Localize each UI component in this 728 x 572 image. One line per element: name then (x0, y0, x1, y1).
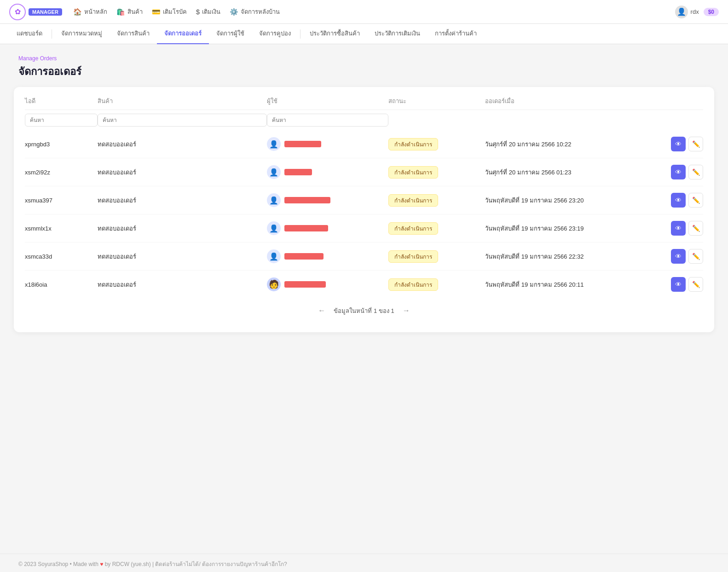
view-button[interactable]: 👁 (671, 137, 686, 151)
cell-product: ทดสอบออเดอร์ (98, 214, 267, 243)
logo-area[interactable]: ✿ MANAGER (9, 4, 62, 20)
cell-id: x18i6oia (25, 271, 98, 299)
action-buttons: 👁 ✏️ (642, 221, 703, 236)
edit-icon: ✏️ (692, 196, 700, 204)
pagination: ← ข้อมูลในหน้าที่ 1 ของ 1 → (25, 298, 703, 323)
user-avatar: 👤 (267, 249, 281, 263)
nav-link-topup-rob[interactable]: 💳 เติมโรบัค (152, 7, 187, 17)
col-header-status: สถานะ (388, 96, 485, 110)
cell-actions: 👁 ✏️ (642, 271, 703, 299)
eye-icon: 👁 (675, 225, 682, 232)
cell-product: ทดสอบออเดอร์ (98, 243, 267, 271)
edit-button[interactable]: ✏️ (688, 221, 703, 236)
nav-link-home[interactable]: 🏠 หน้าหลัก (73, 7, 107, 17)
user-avatar: 🧑 (267, 277, 281, 291)
pagination-next-button[interactable]: → (400, 306, 413, 316)
cell-date: วันพฤหัสบดีที่ 19 มกราคม 2566 20:11 (485, 271, 642, 299)
cell-user: 👤 (267, 158, 388, 186)
cell-user: 🧑 (267, 271, 388, 299)
user-avatar: 👤 (267, 137, 281, 151)
edit-button[interactable]: ✏️ (688, 193, 703, 208)
user-avatar: 👤 (267, 193, 281, 207)
col-header-product: สินค้า (98, 96, 267, 110)
search-user-input[interactable] (267, 114, 388, 127)
eye-icon: 👁 (675, 281, 682, 288)
sidebar-item-purchase-history[interactable]: ประวัติการซื้อสินค้า (302, 24, 367, 44)
search-date-cell (485, 110, 642, 131)
sidebar-item-coupons[interactable]: จัดการคูปอง (252, 24, 298, 44)
col-header-date: ออเดอร์เมื่อ (485, 96, 642, 110)
footer-heart: ♥ (100, 561, 103, 567)
view-button[interactable]: 👁 (671, 277, 686, 292)
sidebar-item-users[interactable]: จัดการผู้ใช้ (209, 24, 252, 44)
cell-status: กำลังดำเนินการ (388, 186, 485, 214)
table-row: xprngbd3 ทดสอบออเดอร์ 👤 กำลังดำเนินการ ว… (25, 130, 703, 158)
topup-rob-icon: 💳 (152, 8, 161, 16)
cell-user: 👤 (267, 186, 388, 214)
footer: © 2023 SoyuraShop • Made with ♥ by RDCW … (0, 554, 728, 572)
breadcrumb: Manage Orders (18, 55, 710, 62)
user-cell: 👤 (267, 221, 388, 235)
edit-button[interactable]: ✏️ (688, 137, 703, 151)
pagination-prev-button[interactable]: ← (315, 306, 328, 316)
table-inner: ไอดี สินค้า ผู้ใช้ สถานะ ออเดอร์เมื่อ (14, 87, 714, 332)
dashboard-label: แดชบอร์ด (17, 29, 42, 38)
cell-id: xsmmlx1x (25, 214, 98, 243)
eye-icon: 👁 (675, 168, 682, 176)
manage-icon: ⚙️ (230, 8, 238, 16)
cell-actions: 👁 ✏️ (642, 243, 703, 271)
user-cell: 🧑 (267, 277, 388, 291)
cell-actions: 👁 ✏️ (642, 158, 703, 186)
edit-button[interactable]: ✏️ (688, 165, 703, 179)
nav-link-manage[interactable]: ⚙️ จัดการหลังบ้าน (230, 7, 280, 17)
sidebar-item-categories[interactable]: จัดการหมวดหมู่ (54, 24, 110, 44)
page-title: จัดการออเดอร์ (18, 64, 710, 80)
user-avatar: 👤 (267, 221, 281, 235)
sidebar-item-store-settings[interactable]: การตั้งค่าร้านค้า (428, 24, 484, 44)
view-button[interactable]: 👁 (671, 193, 686, 208)
status-badge: กำลังดำเนินการ (388, 138, 438, 150)
sidebar-item-orders[interactable]: จัดการออเดอร์ (157, 24, 209, 44)
coupons-label: จัดการคูปอง (259, 29, 291, 38)
cell-id: xsmua397 (25, 186, 98, 214)
view-button[interactable]: 👁 (671, 221, 686, 236)
search-actions-cell (642, 110, 703, 131)
cell-status: กำลังดำเนินการ (388, 130, 485, 158)
search-product-input[interactable] (98, 114, 267, 127)
user-area[interactable]: 👤 rdx (675, 6, 699, 18)
cell-date: วันพฤหัสบดีที่ 19 มกราคม 2566 22:32 (485, 243, 642, 271)
nav-label-products: สินค้า (127, 7, 143, 17)
manager-badge: MANAGER (29, 8, 62, 16)
table-row: xsmca33d ทดสอบออเดอร์ 👤 กำลังดำเนินการ ว… (25, 243, 703, 271)
edit-icon: ✏️ (692, 140, 700, 148)
edit-button[interactable]: ✏️ (688, 249, 703, 264)
cell-product: ทดสอบออเดอร์ (98, 130, 267, 158)
nav-link-products[interactable]: 🛍️ สินค้า (116, 7, 143, 17)
user-cell: 👤 (267, 137, 388, 151)
search-id-cell (25, 110, 98, 131)
cell-actions: 👁 ✏️ (642, 130, 703, 158)
search-id-input[interactable] (25, 114, 98, 127)
nav-link-topup-money[interactable]: $ เติมเงิน (196, 7, 220, 17)
cell-product: ทดสอบออเดอร์ (98, 186, 267, 214)
topup-money-icon: $ (196, 8, 200, 16)
view-button[interactable]: 👁 (671, 165, 686, 179)
footer-copyright: © 2023 SoyuraShop • Made with (18, 561, 98, 567)
col-header-actions (642, 96, 703, 110)
sidebar-item-dashboard[interactable]: แดชบอร์ด (9, 24, 50, 44)
user-cell: 👤 (267, 165, 388, 179)
view-button[interactable]: 👁 (671, 249, 686, 264)
sidebar-item-topup-history[interactable]: ประวัติการเติมเงิน (367, 24, 428, 44)
top-nav-right: 👤 rdx $0 (675, 6, 719, 18)
products-label: จัดการสินค้า (117, 29, 150, 38)
action-buttons: 👁 ✏️ (642, 165, 703, 179)
sidebar-item-products[interactable]: จัดการสินค้า (110, 24, 157, 44)
user-cell: 👤 (267, 249, 388, 263)
store-settings-label: การตั้งค่าร้านค้า (435, 29, 477, 38)
users-label: จัดการผู้ใช้ (216, 29, 244, 38)
edit-button[interactable]: ✏️ (688, 277, 703, 292)
logo-icon: ✿ (9, 4, 26, 20)
table-header-row: ไอดี สินค้า ผู้ใช้ สถานะ ออเดอร์เมื่อ (25, 96, 703, 110)
user-name-redacted (284, 225, 328, 231)
orders-table-container: ไอดี สินค้า ผู้ใช้ สถานะ ออเดอร์เมื่อ (14, 87, 714, 332)
